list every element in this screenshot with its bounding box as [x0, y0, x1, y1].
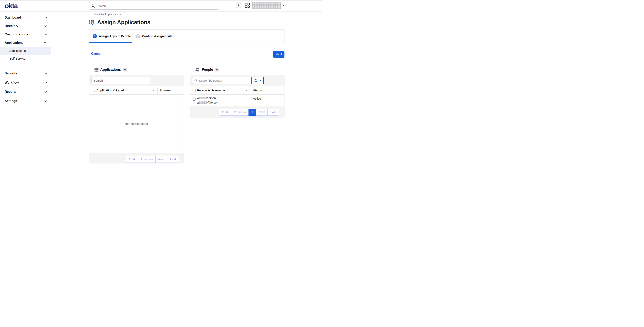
column-status[interactable]: Status — [253, 86, 262, 94]
column-person-username[interactable]: Person & Username — [197, 86, 225, 94]
pagination-previous-button[interactable]: Previous — [138, 156, 156, 163]
sidebar-item-settings[interactable]: Settings — [0, 96, 51, 105]
sort-asc-icon[interactable] — [152, 90, 154, 91]
person-name-prefix: A — [197, 96, 199, 100]
applications-search[interactable] — [92, 77, 150, 84]
applications-panel-header: Applications 0 — [94, 67, 127, 72]
select-all-people-checkbox[interactable] — [192, 89, 196, 92]
people-search-input[interactable] — [199, 79, 249, 82]
people-search[interactable] — [192, 77, 251, 84]
pagination-next-button[interactable]: Next — [256, 109, 268, 116]
step-label: Assign Apps to People — [99, 34, 131, 38]
column-sign-on[interactable]: Sign-on — [160, 86, 171, 94]
redacted-user-name — [252, 2, 281, 9]
sidebar-item-reports[interactable]: Reports — [0, 87, 51, 96]
column-divider — [250, 87, 250, 94]
person-status: Active — [253, 97, 261, 100]
sidebar-item-label: Security — [5, 72, 44, 75]
step-number-badge: 1 — [93, 34, 97, 38]
back-link-label: Back to Applications — [94, 12, 121, 16]
sidebar-item-applications[interactable]: Applications — [0, 38, 51, 47]
sidebar-item-workflow[interactable]: Workflow — [0, 78, 51, 87]
applications-panel: Application & Label Sign-on No records f… — [89, 75, 184, 163]
applications-count-badge: 0 — [122, 68, 127, 71]
cancel-button[interactable]: Cancel — [91, 52, 101, 55]
step-label: Confirm Assignments — [142, 34, 172, 38]
person-username-prefix: a — [197, 101, 199, 104]
pagination-last-button[interactable]: Last — [167, 156, 179, 163]
top-bar: okta ? — [0, 0, 322, 12]
sidebar-item-customizations[interactable]: Customizations — [0, 30, 51, 38]
dropdown-caret-icon — [259, 80, 261, 81]
pagination-previous-button[interactable]: Previous — [231, 109, 248, 116]
back-to-applications-link[interactable]: ← Back to Applications — [89, 12, 121, 16]
chevron-down-icon — [44, 16, 47, 18]
person-row-checkbox[interactable] — [192, 98, 196, 101]
people-table-header: Person & Username Status — [190, 86, 284, 94]
sidebar-subitem-applications[interactable]: Applications — [0, 47, 51, 55]
global-search[interactable] — [89, 2, 219, 9]
app-switcher-icon[interactable] — [245, 3, 250, 8]
sidebar-item-label: Workflow — [5, 81, 44, 84]
top-strip — [0, 0, 322, 1]
pagination-first-button[interactable]: First — [219, 109, 231, 116]
sidebar-item-security[interactable]: Security — [0, 69, 51, 78]
pagination-next-button[interactable]: Next — [156, 156, 167, 163]
people-toolbar — [190, 75, 284, 86]
okta-admin-console: okta ? Dashboard — [0, 0, 322, 163]
assign-applications-icon — [89, 19, 95, 25]
grid-icon — [245, 3, 250, 8]
account-menu[interactable] — [252, 1, 286, 10]
sidebar-item-label: Directory — [5, 24, 44, 28]
two-people-icon — [195, 67, 200, 72]
chevron-down-icon — [44, 81, 47, 84]
redacted-name-segment — [199, 97, 207, 99]
sidebar-nav: Dashboard Directory Customizations Appli… — [0, 12, 51, 163]
pagination-current-page[interactable]: 1 — [248, 109, 256, 116]
help-icon[interactable]: ? — [236, 3, 241, 8]
people-panel-header: People 0 — [195, 67, 219, 72]
sidebar-subitem-self-service[interactable]: Self Service — [0, 55, 51, 62]
step-number-badge: 2 — [136, 34, 140, 38]
people-pagination: First Previous 1 Next Last — [219, 109, 279, 116]
applications-empty-state: No records found — [89, 94, 184, 153]
person-username: a@f5.com — [197, 101, 219, 104]
pagination-last-button[interactable]: Last — [268, 109, 279, 116]
column-application-label[interactable]: Application & Label — [96, 86, 124, 94]
person-name: Adersen — [197, 96, 216, 100]
people-table-footer: First Previous 1 Next Last — [190, 106, 284, 118]
chevron-down-icon — [44, 24, 47, 27]
caret-down-icon — [282, 5, 284, 6]
next-button[interactable]: Next — [273, 51, 284, 58]
chevron-down-icon — [44, 33, 47, 35]
sidebar-item-directory[interactable]: Directory — [0, 22, 51, 30]
global-search-input[interactable] — [96, 4, 216, 7]
applications-table-footer: First Previous Next Last — [89, 153, 184, 163]
section-divider — [89, 60, 284, 60]
select-all-applications-checkbox[interactable] — [92, 89, 95, 92]
chevron-down-icon — [44, 90, 47, 93]
sidebar-item-label: Reports — [5, 90, 44, 94]
sidebar-item-dashboard[interactable]: Dashboard — [0, 13, 51, 22]
sidebar-item-label: Settings — [5, 99, 44, 103]
people-filter-dropdown[interactable] — [252, 77, 264, 84]
back-arrow-icon: ← — [89, 12, 92, 16]
applications-search-input[interactable] — [94, 79, 148, 82]
redacted-username-segment — [199, 101, 207, 104]
wizard-steps: 1 Assign Apps to People 2 Confirm Assign… — [89, 29, 284, 43]
applications-table-header: Application & Label Sign-on — [89, 86, 184, 94]
sort-asc-icon[interactable] — [245, 90, 247, 91]
page-title: Assign Applications — [89, 19, 150, 25]
step-tab-confirm-assignments[interactable]: 2 Confirm Assignments — [132, 29, 175, 42]
no-records-message: No records found — [125, 122, 148, 126]
people-panel: Person & Username Status Adersen a@f5.co… — [190, 75, 284, 118]
applications-submenu: Applications Self Service — [0, 47, 51, 62]
person-icon — [254, 79, 258, 82]
person-username-suffix: @f5.com — [207, 101, 219, 104]
person-name-suffix: dersen — [207, 96, 216, 100]
people-panel-title: People — [202, 68, 213, 72]
pagination-first-button[interactable]: First — [126, 156, 138, 163]
applications-pagination: First Previous Next Last — [126, 156, 179, 163]
step-tab-assign-apps[interactable]: 1 Assign Apps to People — [89, 29, 132, 42]
okta-logo[interactable]: okta — [5, 2, 18, 9]
